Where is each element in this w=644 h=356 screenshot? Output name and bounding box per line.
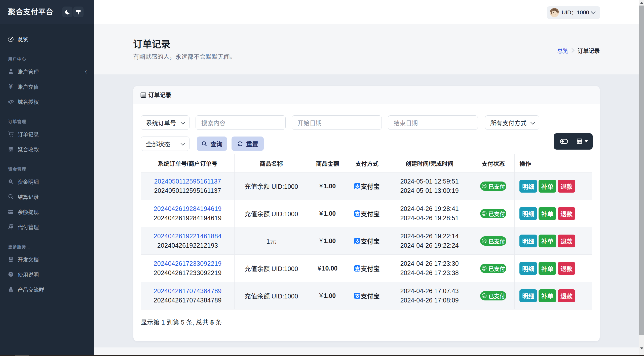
- svg-text:e: e: [9, 99, 12, 105]
- svg-text:$: $: [10, 180, 11, 183]
- svg-text:?: ?: [10, 273, 12, 276]
